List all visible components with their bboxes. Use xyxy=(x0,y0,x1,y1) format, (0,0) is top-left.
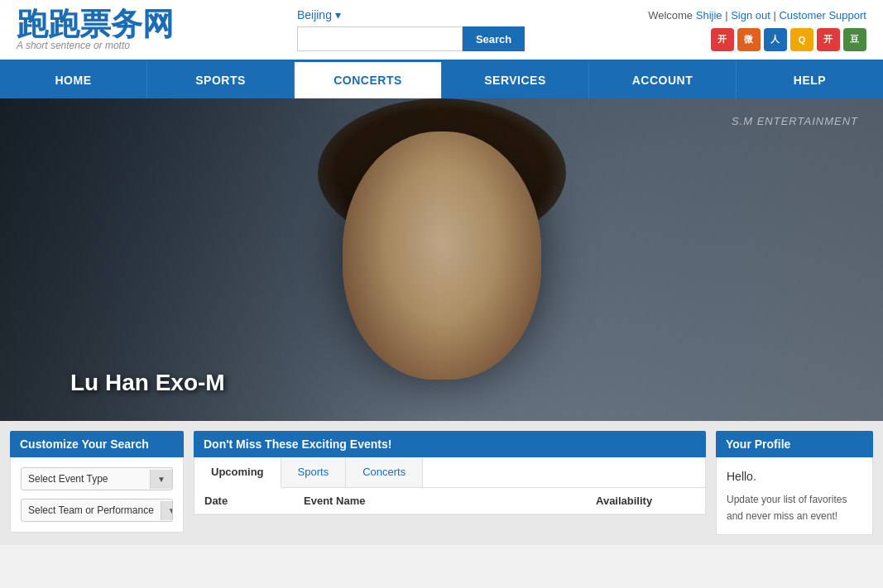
weibo-icon[interactable]: 微 xyxy=(737,28,761,51)
profile-panel: Your Profile Hello. Update your list of … xyxy=(716,431,873,535)
profile-header: Your Profile xyxy=(716,431,873,457)
search-button[interactable]: Search xyxy=(463,26,525,51)
team-arrow-icon[interactable]: ▼ xyxy=(161,501,173,520)
hero-title: Lu Han Exo-M xyxy=(70,370,225,396)
nav-item-help[interactable]: HELP xyxy=(737,62,883,98)
col-header-date: Date xyxy=(204,495,304,507)
city-selector[interactable]: Beijing ▾ xyxy=(297,8,341,22)
logo-motto: A short sentence or motto xyxy=(17,40,174,51)
customize-header: Customize Your Search xyxy=(10,431,184,457)
customize-body: Select Event Type ▼ Select Team or Perfo… xyxy=(10,457,184,533)
nav-item-concerts[interactable]: CONCERTS xyxy=(295,62,442,98)
events-panel: Don't Miss These Exciting Events! Upcomi… xyxy=(194,431,706,535)
nav-item-account[interactable]: ACCOUNT xyxy=(589,62,737,98)
hero-watermark: S.M ENTERTAINMENT xyxy=(732,115,858,127)
username-link[interactable]: Shijie xyxy=(696,9,722,22)
event-tab-concerts[interactable]: Concerts xyxy=(346,457,423,487)
welcome-text: Welcome Shijie | Sign out | Customer Sup… xyxy=(648,9,866,22)
nav-item-services[interactable]: SERVICES xyxy=(442,62,589,98)
profile-hello: Hello. xyxy=(727,467,862,485)
events-body: UpcomingSportsConcerts DateEvent NameAva… xyxy=(194,457,706,515)
events-tabs: UpcomingSportsConcerts xyxy=(194,457,705,488)
event-type-arrow-icon[interactable]: ▼ xyxy=(150,470,172,489)
event-type-dropdown[interactable]: Select Event Type ▼ xyxy=(21,467,173,490)
col-header-event-name: Event Name xyxy=(304,495,596,507)
logo-chinese: 跑跑票务网 xyxy=(17,8,174,40)
team-dropdown[interactable]: Select Team or Performance ▼ xyxy=(21,499,173,522)
header: 跑跑票务网 A short sentence or motto Beijing … xyxy=(0,0,883,62)
event-tab-sports[interactable]: Sports xyxy=(281,457,347,487)
customer-support-link[interactable]: Customer Support xyxy=(779,9,866,22)
qzone-icon[interactable]: Q xyxy=(790,28,813,51)
city-dropdown-icon: ▾ xyxy=(335,8,341,22)
douban-icon[interactable]: 豆 xyxy=(843,28,866,51)
col-header-availability: Availability xyxy=(596,495,695,507)
team-label: Select Team or Performance xyxy=(22,500,161,521)
logo-area: 跑跑票务网 A short sentence or motto xyxy=(17,8,174,51)
signout-link[interactable]: Sign out xyxy=(731,9,770,22)
search-row: Search xyxy=(297,26,525,51)
nav-item-sports[interactable]: SPORTS xyxy=(147,62,295,98)
kaixin-icon[interactable]: 开 xyxy=(711,28,734,51)
bottom-section: Customize Your Search Select Event Type … xyxy=(0,421,883,545)
events-header: Don't Miss These Exciting Events! xyxy=(194,431,706,457)
kai2-icon[interactable]: 开 xyxy=(817,28,840,51)
hero-banner: Lu Han Exo-M S.M ENTERTAINMENT xyxy=(0,98,883,421)
social-icons: 开微人Q开豆 xyxy=(648,28,866,51)
event-type-label: Select Event Type xyxy=(22,468,150,490)
renren-icon[interactable]: 人 xyxy=(764,28,787,51)
user-area: Welcome Shijie | Sign out | Customer Sup… xyxy=(648,9,866,51)
event-tab-upcoming[interactable]: Upcoming xyxy=(194,457,281,488)
events-table-header: DateEvent NameAvailability xyxy=(194,488,705,514)
city-label: Beijing xyxy=(297,8,332,22)
customize-panel: Customize Your Search Select Event Type … xyxy=(10,431,184,535)
nav-item-home[interactable]: HOME xyxy=(0,62,147,98)
welcome-label: Welcome xyxy=(648,9,693,22)
profile-body: Hello. Update your list of favorites and… xyxy=(716,457,873,535)
nav: HOMESPORTSCONCERTSSERVICESACCOUNTHELP xyxy=(0,62,883,98)
profile-description: Update your list of favorites and never … xyxy=(727,492,862,523)
search-input[interactable] xyxy=(297,26,463,51)
search-area: Beijing ▾ Search xyxy=(297,8,525,51)
